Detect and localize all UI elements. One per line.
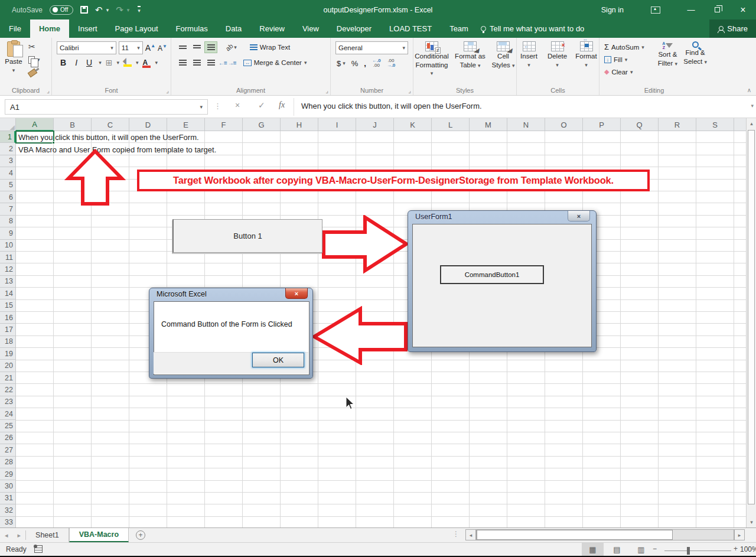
grow-font-button[interactable]: A▲ <box>145 43 155 53</box>
decrease-decimal-icon[interactable]: .00→.0 <box>387 58 396 68</box>
row-header-26[interactable]: 26 <box>0 432 15 444</box>
accounting-dropdown-icon[interactable]: ▾ <box>343 60 346 66</box>
column-header-k[interactable]: K <box>394 118 432 131</box>
align-center-button[interactable] <box>190 57 203 69</box>
row-header-4[interactable]: 4 <box>0 167 15 179</box>
tell-me-box[interactable]: Tell me what you want to do <box>477 19 584 38</box>
shrink-font-button[interactable]: A▼ <box>158 44 167 53</box>
insert-function-icon[interactable]: fx <box>279 100 285 110</box>
column-header-n[interactable]: N <box>507 118 545 131</box>
column-header-f[interactable]: F <box>205 118 243 131</box>
row-header-21[interactable]: 21 <box>0 372 15 384</box>
row-header-18[interactable]: 18 <box>0 336 15 348</box>
number-dialog-launcher-icon[interactable]: ⌟ <box>408 88 411 94</box>
delete-cells-button[interactable]: × Delete ▾ <box>546 38 569 84</box>
find-select-button[interactable]: Find & Select ▾ <box>682 38 709 84</box>
cut-icon[interactable]: ✂ <box>28 42 35 51</box>
page-layout-view-button[interactable]: ▤ <box>606 543 628 556</box>
align-middle-button[interactable] <box>190 41 203 53</box>
msgbox-ok-button[interactable]: OK <box>252 353 304 367</box>
format-painter-icon[interactable] <box>28 68 38 77</box>
ribbon-tab-team[interactable]: Team <box>441 19 477 38</box>
row-header-28[interactable]: 28 <box>0 457 15 468</box>
row-header-12[interactable]: 12 <box>0 263 15 275</box>
column-header-i[interactable]: I <box>318 118 356 131</box>
row-header-27[interactable]: 27 <box>0 444 15 456</box>
userform-close-button[interactable]: × <box>568 211 590 222</box>
percent-style-icon[interactable]: % <box>351 59 359 68</box>
zoom-level[interactable]: 100% <box>740 545 756 553</box>
borders-dropdown-icon[interactable]: ▾ <box>116 60 119 66</box>
row-header-11[interactable]: 11 <box>0 252 15 263</box>
row-header-6[interactable]: 6 <box>0 191 15 203</box>
column-header-g[interactable]: G <box>243 118 281 131</box>
ribbon-tab-review[interactable]: Review <box>250 19 294 38</box>
column-header-e[interactable]: E <box>167 118 205 131</box>
fill-color-icon[interactable] <box>123 59 132 67</box>
restore-button[interactable] <box>704 0 730 19</box>
row-header-13[interactable]: 13 <box>0 276 15 288</box>
row-header-8[interactable]: 8 <box>0 216 15 227</box>
wrap-text-button[interactable]: Wrap Text <box>250 41 290 54</box>
row-header-19[interactable]: 19 <box>0 348 15 360</box>
redo-icon[interactable]: ↷ <box>116 5 123 15</box>
row-header-1[interactable]: 1 <box>0 131 15 143</box>
autosum-button[interactable]: Σ AutoSum ▾ <box>604 41 654 53</box>
fill-button[interactable]: ↓ Fill ▾ <box>604 53 654 66</box>
italic-button[interactable]: I <box>73 58 80 67</box>
font-color-icon[interactable]: A <box>142 58 151 67</box>
autosave-toggle[interactable]: Off <box>50 5 73 15</box>
ribbon-display-options-icon[interactable] <box>651 6 660 14</box>
alignment-dialog-launcher-icon[interactable]: ⌟ <box>325 88 328 94</box>
fill-color-dropdown-icon[interactable]: ▾ <box>136 60 139 66</box>
hscroll-right-arrow[interactable]: ▸ <box>734 529 745 540</box>
name-box[interactable]: A1 ▾ <box>5 99 208 115</box>
commandbutton1[interactable]: CommandButton1 <box>440 265 544 284</box>
page-break-view-button[interactable]: ▥ <box>630 543 652 556</box>
row-header-9[interactable]: 9 <box>0 227 15 239</box>
conditional-formatting-button[interactable]: ≠ Conditional Formatting ▾ <box>413 38 450 84</box>
select-all-corner[interactable]: ◢ <box>0 118 16 131</box>
orientation-icon[interactable]: ab <box>224 42 234 52</box>
minimize-button[interactable]: — <box>678 0 704 19</box>
save-icon[interactable] <box>80 6 88 14</box>
merge-center-button[interactable]: ↔ Merge & Center ▾ <box>243 56 307 69</box>
share-button[interactable]: Share <box>709 19 756 38</box>
row-header-7[interactable]: 7 <box>0 203 15 215</box>
align-top-button[interactable] <box>176 41 189 53</box>
ribbon-tab-formulas[interactable]: Formulas <box>167 19 217 38</box>
clear-button[interactable]: ◆ Clear ▾ <box>604 66 654 78</box>
formula-bar-dots-icon[interactable]: ⋮ <box>214 102 221 110</box>
row-header-17[interactable]: 17 <box>0 324 15 335</box>
column-header-r[interactable]: R <box>659 118 696 131</box>
number-format-combo[interactable]: General ▾ <box>335 41 408 54</box>
sheet-nav-left-icon[interactable]: ◂ <box>0 528 13 542</box>
column-header-s[interactable]: S <box>696 118 734 131</box>
column-header-d[interactable]: D <box>129 118 167 131</box>
new-sheet-button[interactable]: + <box>129 528 152 542</box>
expand-formula-bar-icon[interactable]: ▾ <box>751 103 754 109</box>
sign-in-button[interactable]: Sign in <box>601 6 624 14</box>
zoom-slider-thumb[interactable] <box>687 547 690 555</box>
decrease-indent-icon[interactable]: ←≡ <box>219 60 227 66</box>
column-header-p[interactable]: P <box>583 118 621 131</box>
row-header-10[interactable]: 10 <box>0 240 15 252</box>
column-header-m[interactable]: M <box>470 118 507 131</box>
borders-icon[interactable]: ⊞ <box>106 58 113 67</box>
tab-bar-dots-icon[interactable]: ⋮ <box>452 530 460 538</box>
row-header-23[interactable]: 23 <box>0 396 15 408</box>
enter-entry-icon[interactable]: ✓ <box>258 100 265 110</box>
row-header-25[interactable]: 25 <box>0 420 15 432</box>
row-header-31[interactable]: 31 <box>0 493 15 504</box>
ribbon-tab-developer[interactable]: Developer <box>328 19 380 38</box>
column-header-l[interactable]: L <box>432 118 470 131</box>
cancel-entry-icon[interactable]: × <box>235 100 240 110</box>
sort-filter-button[interactable]: AZ Sort & Filter ▾ <box>654 38 682 84</box>
normal-view-button[interactable]: ▦ <box>582 543 604 556</box>
row-header-32[interactable]: 32 <box>0 504 15 516</box>
sheet-tab-sheet1[interactable]: Sheet1 <box>26 528 69 542</box>
column-header-c[interactable]: C <box>92 118 129 131</box>
macro-record-icon[interactable] <box>34 545 43 553</box>
align-bottom-button[interactable] <box>204 41 217 53</box>
copy-icon[interactable] <box>28 56 35 64</box>
